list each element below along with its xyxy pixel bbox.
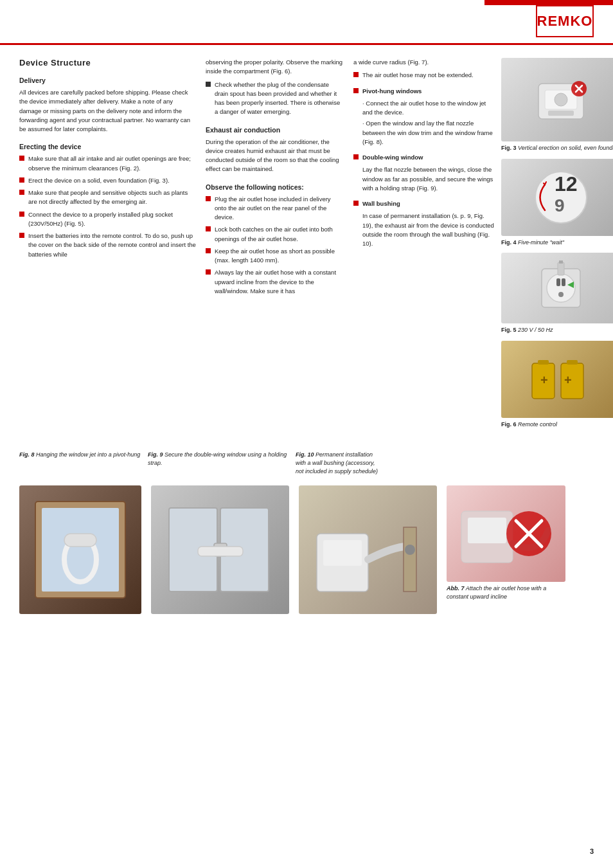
svg-rect-12 <box>556 278 560 286</box>
svg-rect-38 <box>468 518 506 543</box>
svg-text:12: 12 <box>555 172 578 195</box>
svg-rect-32 <box>198 547 243 556</box>
fig4-image: 12 9 <box>501 159 613 236</box>
bullet-icon <box>19 190 24 195</box>
pivot-heading: Pivot-hung windows <box>362 87 422 96</box>
wall-bushing-heading: Wall bushing <box>362 200 400 207</box>
observe-heading: Observe the following notices: <box>206 183 344 191</box>
list-item: Check whether the plug of the condensate… <box>206 80 344 117</box>
fig9-image <box>151 485 289 614</box>
header-stripe <box>484 0 613 5</box>
svg-point-2 <box>555 93 567 106</box>
abb7-caption: Abb. 7 Attach the air outlet hose with a… <box>447 584 565 601</box>
fig8-image <box>19 485 141 614</box>
bullet-icon <box>353 88 359 93</box>
bullet-icon <box>19 233 24 238</box>
bullet-icon <box>353 201 359 206</box>
fig8-caption: Fig. 8 Hanging the window jet into a piv… <box>19 451 148 459</box>
fig8-caption-area: Fig. 8 Hanging the window jet into a piv… <box>19 451 148 463</box>
svg-rect-26 <box>42 508 119 592</box>
svg-rect-28 <box>64 534 96 547</box>
exhaust-heading: Exhaust air conduction <box>206 126 344 134</box>
fig8-svg <box>29 495 132 604</box>
main-content: Device Structure Delivery All devices ar… <box>0 45 613 448</box>
bottom-images-row: Abb. 7 Attach the air outlet hose with a… <box>0 485 613 620</box>
list-item: Plug the air outlet hose included in del… <box>206 195 344 222</box>
bullet-icon <box>353 72 359 77</box>
fig10-svg <box>310 495 426 604</box>
page-header: REMKO <box>0 0 613 45</box>
battery-svg: + + <box>522 347 600 411</box>
left-column: Device Structure Delivery All devices ar… <box>19 58 206 435</box>
list-item: Make sure that all air intake and air ou… <box>19 154 196 173</box>
ac-unit-svg <box>529 71 593 129</box>
list-item: Insert the batteries into the remote con… <box>19 231 196 259</box>
list-item: Erect the device on a solid, even founda… <box>19 176 196 185</box>
abb7-area: Abb. 7 Attach the air outlet hose with a… <box>447 485 565 607</box>
svg-rect-13 <box>562 278 565 286</box>
list-item: The air outlet hose may not be extended. <box>353 71 495 80</box>
svg-rect-20 <box>538 360 549 365</box>
bullet-icon <box>206 269 211 275</box>
fig6-image: + + <box>501 341 613 418</box>
fig9-caption-area: Fig. 9 Secure the double-wing window usi… <box>148 451 296 471</box>
middle-column: observing the proper polarity. Observe t… <box>206 58 353 435</box>
svg-rect-35 <box>404 527 416 592</box>
fig10-image <box>299 485 437 614</box>
svg-text:+: + <box>540 373 548 387</box>
logo-box: REMKO <box>536 5 594 37</box>
page-number: 3 <box>590 847 594 855</box>
bullet-icon <box>19 177 24 183</box>
fig3-image <box>501 58 613 141</box>
delivery-body: All devices are carefully packed before … <box>19 88 196 134</box>
erecting-heading: Erecting the device <box>19 143 196 150</box>
fig5-caption: Fig. 5 230 V / 50 Hz <box>501 326 613 334</box>
exhaust-body: During the operation of the air conditio… <box>206 138 344 174</box>
bullet-icon <box>19 156 24 161</box>
svg-rect-23 <box>567 360 578 365</box>
list-item: Always lay the air outlet hose with a co… <box>206 268 344 296</box>
observe-list: Plug the air outlet hose included in del… <box>206 195 344 296</box>
list-item: Keep the air outlet hose as short as pos… <box>206 247 344 266</box>
polarity-text: observing the proper polarity. Observe t… <box>206 58 344 77</box>
pivot-list: Pivot-hung windows <box>353 87 495 96</box>
svg-rect-15 <box>558 262 564 275</box>
double-wing-item: Double-wing window <box>353 153 495 162</box>
fig3-caption: Fig. 3 Vertical erection on solid, even … <box>501 144 613 152</box>
wall-bushing-body: In case of permanent installation (s. p.… <box>353 212 495 248</box>
pivot-item-2: Open the window and lay the flat nozzle … <box>353 119 495 147</box>
double-wing-heading: Double-wing window <box>362 154 423 161</box>
svg-rect-3 <box>548 111 574 116</box>
double-wing-list: Double-wing window <box>353 153 495 162</box>
logo-area: REMKO <box>536 5 594 37</box>
fig9-caption: Fig. 9 Secure the double-wing window usi… <box>148 451 296 467</box>
svg-rect-17 <box>561 260 563 264</box>
fig10-caption: Fig. 10 Permanent installation with a wa… <box>296 451 443 475</box>
pivot-item-1: Connect the air outlet hose to the windo… <box>353 99 495 118</box>
section-title: Device Structure <box>19 58 196 68</box>
fig9-svg <box>163 495 278 604</box>
check-list: Check whether the plug of the condensate… <box>206 80 344 117</box>
fig4-caption: Fig. 4 Five-minute "wait" <box>501 239 613 247</box>
abb7-svg <box>455 492 558 575</box>
list-item: Lock both catches on the air outlet into… <box>206 225 344 244</box>
list-item: Connect the device to a properly install… <box>19 210 196 229</box>
fig5-image <box>501 253 613 323</box>
bullet-icon <box>206 82 211 87</box>
fig6-caption: Fig. 6 Remote control <box>501 420 613 429</box>
erecting-list: Make sure that all air intake and air ou… <box>19 154 196 259</box>
double-wing-body: Lay the flat nozzle between the wings, c… <box>353 165 495 193</box>
fig10-caption-area: Fig. 10 Permanent installation with a wa… <box>296 451 443 479</box>
right-column: Fig. 3 Vertical erection on solid, even … <box>501 58 613 435</box>
svg-point-14 <box>558 292 564 297</box>
no-extend-list: The air outlet hose may not be extended. <box>353 71 495 80</box>
bullet-icon <box>206 248 211 253</box>
socket-svg <box>529 259 593 317</box>
svg-text:9: 9 <box>555 195 565 215</box>
bullet-icon <box>353 154 359 159</box>
bullet-icon <box>206 226 211 231</box>
svg-rect-16 <box>559 260 561 264</box>
bottom-captions: Fig. 8 Hanging the window jet into a piv… <box>0 448 613 485</box>
wall-bushing-list: Wall bushing <box>353 199 495 208</box>
pivot-heading-item: Pivot-hung windows <box>353 87 495 96</box>
